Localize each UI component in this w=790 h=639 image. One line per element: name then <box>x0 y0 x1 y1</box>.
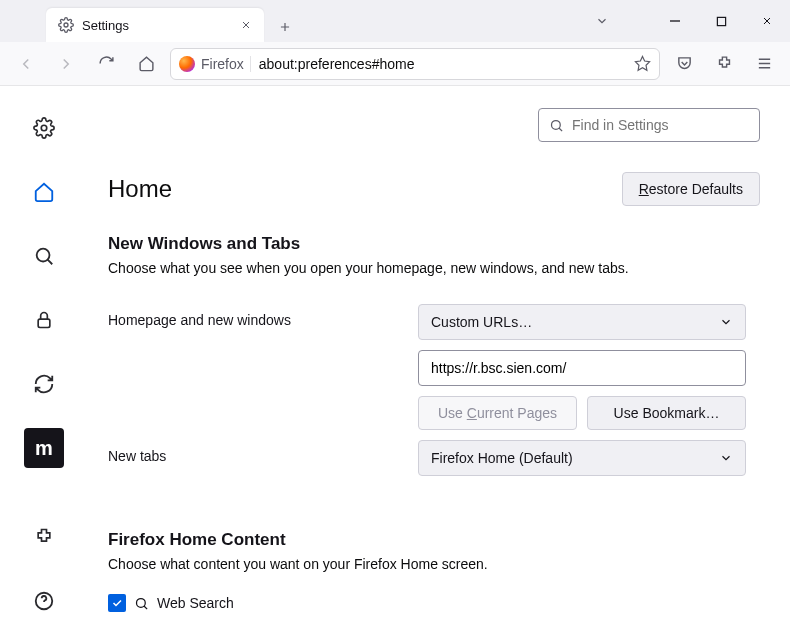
svg-point-2 <box>41 125 47 131</box>
close-icon[interactable] <box>236 15 256 35</box>
settings-content: Home RRestore Defaultsestore Defaults Ne… <box>88 86 790 639</box>
svg-point-7 <box>137 598 146 607</box>
homepage-url-input[interactable] <box>431 360 733 376</box>
newtabs-label: New tabs <box>108 440 418 464</box>
select-value: Firefox Home (Default) <box>431 450 573 466</box>
search-icon <box>134 596 149 611</box>
homepage-url-field[interactable] <box>418 350 746 386</box>
url-text: about:preferences#home <box>259 56 415 72</box>
close-button[interactable] <box>744 4 790 38</box>
svg-point-3 <box>37 249 50 262</box>
tabs-dropdown[interactable] <box>584 0 620 42</box>
bookmark-star-icon[interactable] <box>634 55 651 72</box>
chevron-down-icon <box>719 451 733 465</box>
section-desc-2: Choose what content you want on your Fir… <box>108 556 760 572</box>
address-bar[interactable]: Firefox about:preferences#home <box>170 48 660 80</box>
identity-label: Firefox <box>201 56 244 72</box>
use-current-pages-button[interactable]: Use Current Pages <box>418 396 577 430</box>
settings-search[interactable] <box>538 108 760 142</box>
use-bookmark-button[interactable]: Use Bookmark… <box>587 396 746 430</box>
page-title: Home <box>108 175 172 203</box>
homepage-select[interactable]: Custom URLs… <box>418 304 746 340</box>
back-button[interactable] <box>10 48 42 80</box>
sidebar-item-search[interactable] <box>24 236 64 276</box>
sidebar-item-more[interactable]: m <box>24 428 64 468</box>
sidebar-item-sync[interactable] <box>24 364 64 404</box>
maximize-button[interactable] <box>698 4 744 38</box>
menu-icon[interactable] <box>748 48 780 80</box>
tab-title: Settings <box>82 18 129 33</box>
window-controls <box>652 0 790 42</box>
svg-point-0 <box>64 23 68 27</box>
sidebar-item-help[interactable] <box>24 581 64 621</box>
new-tab-button[interactable] <box>270 12 300 42</box>
home-button[interactable] <box>130 48 162 80</box>
svg-point-6 <box>552 120 561 129</box>
restore-defaults-button[interactable]: RRestore Defaultsestore Defaults <box>622 172 760 206</box>
section-title-windows-tabs: New Windows and Tabs <box>108 234 760 254</box>
settings-sidebar: m <box>0 86 88 639</box>
settings-search-input[interactable] <box>572 117 749 133</box>
firefox-logo-icon <box>179 56 195 72</box>
forward-button[interactable] <box>50 48 82 80</box>
gear-icon <box>58 17 74 33</box>
sidebar-item-general[interactable] <box>24 108 64 148</box>
web-search-checkbox[interactable] <box>108 594 126 612</box>
sidebar-item-privacy[interactable] <box>24 300 64 340</box>
svg-rect-1 <box>717 17 725 25</box>
sidebar-item-home[interactable] <box>24 172 64 212</box>
nav-toolbar: Firefox about:preferences#home <box>0 42 790 86</box>
site-identity[interactable]: Firefox <box>179 56 251 72</box>
pocket-icon[interactable] <box>668 48 700 80</box>
newtabs-select[interactable]: Firefox Home (Default) <box>418 440 746 476</box>
search-icon <box>549 118 564 133</box>
tab-bar: Settings <box>0 0 790 42</box>
tab-settings[interactable]: Settings <box>46 8 264 42</box>
extensions-icon[interactable] <box>708 48 740 80</box>
web-search-label: Web Search <box>157 595 234 611</box>
minimize-button[interactable] <box>652 4 698 38</box>
sidebar-item-extensions[interactable] <box>24 517 64 557</box>
section-title-home-content: Firefox Home Content <box>108 530 760 550</box>
homepage-label: Homepage and new windows <box>108 304 418 328</box>
select-value: Custom URLs… <box>431 314 532 330</box>
svg-rect-4 <box>38 319 50 327</box>
section-desc: Choose what you see when you open your h… <box>108 260 760 276</box>
chevron-down-icon <box>719 315 733 329</box>
reload-button[interactable] <box>90 48 122 80</box>
